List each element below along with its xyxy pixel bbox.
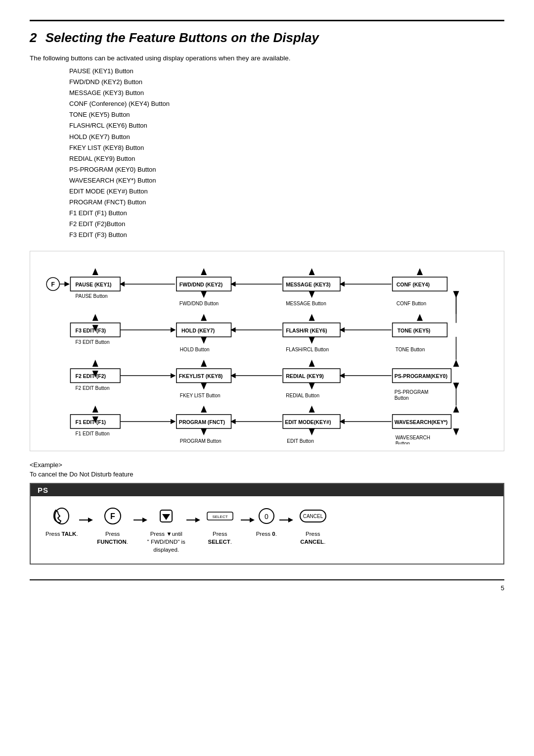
- list-item: TONE (KEY5) Button: [69, 109, 504, 120]
- svg-text:F3 EDIT Button: F3 EDIT Button: [75, 339, 109, 344]
- button-list: PAUSE (KEY1) Button FWD/DND (KEY2) Butto…: [69, 66, 504, 241]
- cancel-button-icon: CANCEL: [298, 506, 328, 526]
- svg-marker-114: [195, 518, 200, 522]
- page-number: 5: [30, 579, 504, 592]
- section-title: 2 Selecting the Feature Buttons on the D…: [30, 30, 504, 46]
- svg-marker-85: [201, 428, 207, 435]
- svg-marker-15: [201, 291, 207, 298]
- svg-marker-14: [201, 268, 207, 275]
- svg-text:TONE    (KEY5): TONE (KEY5): [398, 327, 431, 333]
- svg-text:CANCEL: CANCEL: [303, 514, 323, 519]
- svg-text:EDIT Button: EDIT Button: [287, 438, 314, 444]
- svg-text:FKEYLIST (KEY8): FKEYLIST (KEY8): [179, 373, 223, 379]
- intro-paragraph: The following buttons can be activated u…: [30, 54, 504, 62]
- list-item: MESSAGE (KEY3) Button: [69, 88, 504, 98]
- svg-marker-46: [309, 336, 315, 343]
- svg-marker-97: [453, 405, 459, 412]
- svg-text:F2 EDIT   (F2): F2 EDIT (F2): [75, 373, 106, 379]
- down-arrow-button-icon: [156, 506, 176, 526]
- svg-text:0: 0: [265, 513, 268, 520]
- list-item: WAVESEARCH (KEY*) Button: [69, 175, 504, 186]
- svg-text:PS-PROGRAM: PS-PROGRAM: [395, 389, 429, 394]
- svg-text:SELECT: SELECT: [212, 515, 227, 519]
- svg-marker-112: [162, 514, 170, 520]
- svg-text:PAUSE Button: PAUSE Button: [75, 293, 107, 299]
- f-button-icon: F: [103, 506, 123, 526]
- down-arrow-label: Press ▼until" FWD/DND" isdisplayed.: [147, 530, 185, 554]
- svg-marker-31: [92, 314, 98, 321]
- svg-text:MESSAGE (KEY3): MESSAGE (KEY3): [286, 282, 330, 287]
- svg-text:F1 EDIT Button: F1 EDIT Button: [75, 431, 109, 436]
- svg-text:Button: Button: [395, 395, 409, 400]
- arrow-1: [78, 506, 93, 535]
- svg-marker-40: [201, 336, 207, 343]
- svg-marker-45: [309, 314, 315, 321]
- svg-marker-61: [201, 382, 207, 389]
- svg-text:F: F: [110, 512, 115, 520]
- svg-text:WAVESEARCH: WAVESEARCH: [396, 435, 430, 440]
- svg-marker-67: [309, 360, 315, 367]
- svg-text:F2 EDIT Button: F2 EDIT Button: [75, 385, 109, 390]
- list-item: PS-PROGRAM (KEY0) Button: [69, 164, 504, 175]
- step-cancel: CANCEL Press CANCEL.: [293, 506, 333, 546]
- svg-marker-20: [309, 268, 315, 275]
- svg-text:F3 EDIT   (F3): F3 EDIT (F3): [75, 327, 106, 333]
- step-function: F Press FUNCTION.: [93, 506, 133, 546]
- function-label: Press FUNCTION.: [93, 530, 133, 546]
- svg-text:CONF Button: CONF Button: [397, 301, 426, 306]
- arrow-5: [278, 506, 293, 535]
- svg-text:Button: Button: [396, 441, 410, 444]
- svg-text:F: F: [51, 281, 55, 288]
- talk-icon: [50, 506, 74, 526]
- ps-header: PS: [31, 484, 503, 496]
- svg-marker-77: [92, 405, 98, 412]
- step-down-arrow: Press ▼until" FWD/DND" isdisplayed.: [147, 506, 185, 554]
- list-item: F2 EDIT (F2)Button: [69, 219, 504, 230]
- svg-marker-60: [201, 360, 207, 367]
- svg-marker-106: [88, 518, 93, 522]
- svg-text:REDIAL Button: REDIAL Button: [286, 392, 319, 398]
- list-item: F1 EDIT (F1) Button: [69, 208, 504, 219]
- svg-point-104: [55, 508, 69, 524]
- svg-marker-73: [453, 360, 459, 367]
- list-item: PAUSE (KEY1) Button: [69, 66, 504, 77]
- section-title-text: Selecting the Feature Buttons on the Dis…: [45, 30, 319, 45]
- step-talk: Press TALK.: [45, 506, 78, 538]
- list-item: FWD/DND (KEY2) Button: [69, 77, 504, 88]
- ps-steps: Press TALK. F Press FUNCTION.: [45, 506, 498, 554]
- svg-text:FLASH/R  (KEY6): FLASH/R (KEY6): [286, 327, 327, 333]
- svg-marker-9: [92, 268, 98, 275]
- arrow-2: [133, 506, 147, 535]
- svg-text:FWD/DND (KEY2): FWD/DND (KEY2): [179, 282, 222, 287]
- svg-marker-21: [309, 291, 315, 298]
- select-button-icon: SELECT: [205, 506, 235, 526]
- list-item: F3 EDIT (F3) Button: [69, 230, 504, 240]
- section-number: 2: [30, 30, 37, 45]
- svg-text:F1 EDIT    (F1): F1 EDIT (F1): [75, 419, 106, 425]
- svg-text:TONE Button: TONE Button: [396, 347, 425, 352]
- svg-text:MESSAGE Button: MESSAGE Button: [286, 301, 326, 306]
- svg-marker-39: [201, 314, 207, 321]
- example-description: To cancel the Do Not Disturb feature: [30, 471, 504, 478]
- button-flow-diagram: F PAUSE (KEY1) PAUSE Button FWD/DND (KEY…: [30, 251, 504, 451]
- list-item: CONF (Conference) (KEY4) Button: [69, 98, 504, 109]
- list-item: EDIT MODE (KEY#) Button: [69, 186, 504, 197]
- svg-text:PROGRAM Button: PROGRAM Button: [180, 438, 222, 444]
- list-item: PROGRAM (FNCT) Button: [69, 197, 504, 208]
- arrow-3: [185, 506, 200, 535]
- svg-marker-110: [142, 518, 147, 522]
- svg-text:CONF    (KEY4): CONF (KEY4): [397, 282, 430, 287]
- svg-marker-26: [417, 268, 423, 275]
- list-item: FLASH/RCL (KEY6) Button: [69, 120, 504, 131]
- talk-label: Press TALK.: [45, 530, 78, 538]
- svg-text:HOLD Button: HOLD Button: [180, 347, 210, 352]
- step-zero: 0 Press 0.: [255, 506, 278, 538]
- svg-marker-91: [309, 405, 315, 412]
- svg-text:EDIT MODE(KEY#): EDIT MODE(KEY#): [285, 419, 331, 425]
- svg-marker-51: [417, 314, 423, 321]
- svg-text:HOLD    (KEY7): HOLD (KEY7): [181, 327, 215, 333]
- svg-text:PS-PROGRAM(KEY0): PS-PROGRAM(KEY0): [395, 373, 447, 379]
- svg-text:FKEY LIST Button: FKEY LIST Button: [180, 392, 221, 398]
- zero-button-icon: 0: [255, 506, 278, 526]
- step-select: SELECT Press SELECT.: [200, 506, 240, 546]
